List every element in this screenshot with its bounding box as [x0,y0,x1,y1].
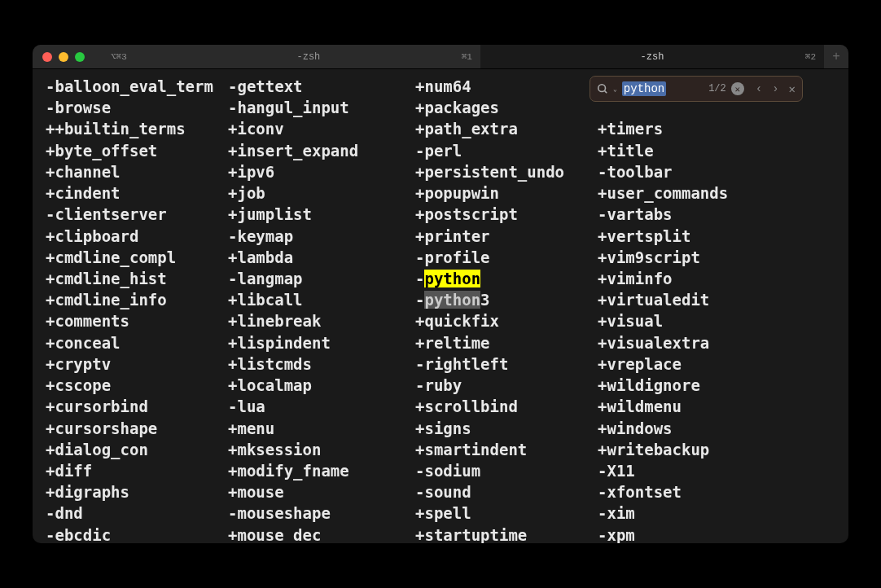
minimize-window-button[interactable] [59,52,68,62]
search-prev-button[interactable]: ‹ [756,82,762,96]
feature-line: +modify_fname [228,460,423,481]
close-window-button[interactable] [42,52,52,62]
feature-line: +wildmenu [598,396,793,417]
feature-line: -lua [228,396,423,417]
feature-line: +iconv [228,118,423,139]
feature-line: +byte_offset [46,140,241,161]
feature-line: +wildignore [598,375,793,396]
feature-column-1: -balloon_eval_term-browse++builtin_terms… [46,76,241,543]
feature-line: -vartabs [598,204,793,225]
feature-line: +timers [598,118,793,139]
feature-line: -X11 [598,460,793,481]
search-options-chevron-icon[interactable]: ⌄ [613,86,617,93]
feature-line: -sodium [415,460,611,481]
feature-line: +linebreak [228,310,423,331]
feature-line: +signs [415,418,611,439]
traffic-lights [33,52,85,62]
feature-line: +lambda [228,247,423,268]
feature-line: +scrollbind [415,396,611,417]
feature-line: +cryptv [46,353,241,375]
feature-line: +digraphs [46,481,241,502]
feature-column-4: +timers+title-toolbar+user_commands-vart… [598,76,793,543]
feature-line: +postscript [415,204,611,225]
feature-line: ++builtin_terms [46,118,241,139]
feature-line: -clientserver [46,204,241,225]
feature-line: +cscope [46,375,241,396]
feature-line: +listcmds [228,353,423,375]
search-result-count: 1/2 [708,83,726,94]
feature-line: +smartindent [415,439,611,460]
feature-line: +cmdline_hist [46,268,241,289]
feature-line: +printer [415,226,611,247]
feature-line: +diff [46,460,241,481]
feature-column-3: +num64+packages+path_extra-perl+persiste… [415,76,611,543]
feature-line: -gettext [228,76,423,97]
feature-line: +mouse [228,481,423,502]
feature-line: +insert_expand [228,140,423,161]
feature-line: +title [598,140,793,161]
feature-line: +windows [598,418,793,439]
feature-line: +conceal [46,332,241,353]
feature-line: +visualextra [598,332,793,353]
feature-line: +cursorshape [46,418,241,439]
feature-line: +jumplist [228,204,423,225]
feature-line: -toolbar [598,161,793,182]
feature-line: +channel [46,161,241,182]
feature-line: +job [228,182,423,204]
feature-line: -profile [415,247,611,268]
feature-line: -python [415,268,611,289]
clear-search-button[interactable]: ✕ [731,82,744,95]
search-nav: ‹ › ✕ [756,82,796,96]
svg-point-0 [598,85,606,92]
feature-line: +path_extra [415,118,611,139]
feature-line: -mouseshape [228,502,423,524]
search-match-inactive: python [424,291,480,309]
feature-line: +startuptime [415,524,611,543]
feature-line: +mksession [228,439,423,460]
feature-line: -xpm [598,524,793,543]
feature-line: -browse [46,97,241,118]
feature-line: +libcall [228,289,423,310]
feature-line: +writebackup [598,439,793,460]
search-icon [597,83,608,94]
feature-line: -python3 [415,289,611,310]
feature-line: +virtualedit [598,289,793,310]
terminal-content[interactable]: -balloon_eval_term-browse++builtin_terms… [33,69,848,543]
tab-2[interactable]: -zsh ⌘2 [480,45,824,68]
feature-line: +popupwin [415,182,611,204]
search-query-text[interactable]: python [622,81,666,96]
tab-1[interactable]: -zsh ⌘1 [137,45,480,68]
search-bar: ⌄ python 1/2 ✕ ‹ › ✕ [590,76,803,102]
feature-line: +vim9script [598,247,793,268]
feature-line: +mouse_dec [228,524,423,543]
feature-line: +lispindent [228,332,423,353]
tab-shortcut: ⌘2 [805,51,816,62]
maximize-window-button[interactable] [75,52,85,62]
feature-line: +menu [228,418,423,439]
search-next-button[interactable]: › [772,82,778,96]
feature-line: +spell [415,502,611,524]
feature-line: -keymap [228,226,423,247]
tab-shortcut: ⌘1 [462,51,472,62]
tabs: ⌥⌘3 -zsh ⌘1 -zsh ⌘2 + [33,45,848,68]
feature-line: +cursorbind [46,396,241,417]
search-match-active: python [424,270,480,287]
feature-line: -dnd [46,502,241,524]
feature-line: +viminfo [598,268,793,289]
feature-line: +clipboard [46,226,241,247]
new-tab-button[interactable]: + [824,45,848,68]
search-close-button[interactable]: ✕ [789,82,796,96]
feature-line: -ruby [415,375,611,396]
feature-line: +cindent [46,182,241,204]
terminal-window: ⌥⌘3 -zsh ⌘1 -zsh ⌘2 + -balloon_eval_term… [33,45,848,543]
feature-line: +ipv6 [228,161,423,182]
feature-line: +persistent_undo [415,161,611,182]
feature-line: +user_commands [598,182,793,204]
titlebar: ⌥⌘3 -zsh ⌘1 -zsh ⌘2 + [33,45,848,69]
feature-line: -perl [415,140,611,161]
feature-line: +reltime [415,332,611,353]
feature-line: +vreplace [598,353,793,375]
tab-label: -zsh [480,51,824,63]
feature-line: -ebcdic [46,524,241,543]
feature-line: +quickfix [415,310,611,331]
